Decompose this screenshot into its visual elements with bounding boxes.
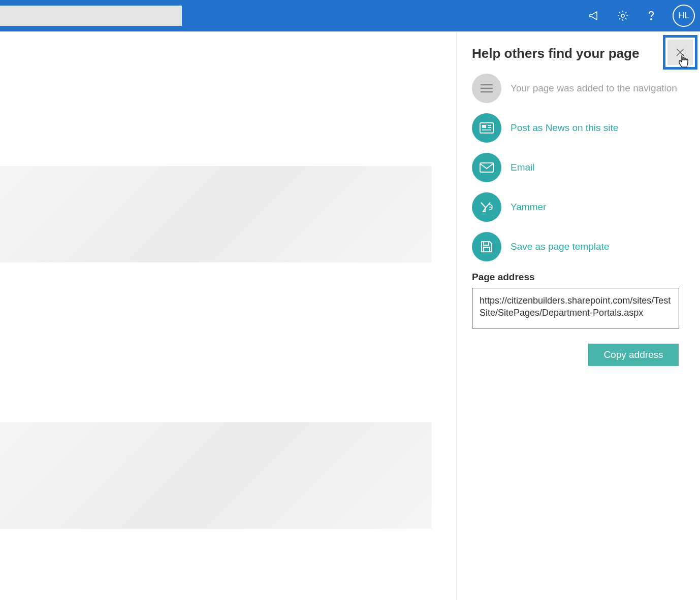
post-news-option[interactable]: Post as News on this site — [472, 113, 685, 143]
background-image-1 — [0, 166, 432, 262]
main-area: Help others find your page Your page was… — [0, 31, 700, 600]
help-panel: Help others find your page Your page was… — [456, 31, 700, 600]
email-label: Email — [511, 162, 535, 173]
svg-point-0 — [621, 14, 624, 17]
search-input[interactable] — [0, 6, 182, 26]
close-icon — [676, 48, 685, 57]
avatar[interactable]: HL — [673, 5, 695, 27]
svg-rect-13 — [484, 242, 489, 245]
yammer-icon — [472, 192, 501, 222]
save-template-option[interactable]: Save as page template — [472, 232, 685, 261]
page-background — [0, 31, 457, 600]
hamburger-icon — [472, 74, 501, 103]
svg-rect-7 — [480, 123, 493, 133]
help-icon[interactable] — [644, 9, 658, 23]
save-template-label: Save as page template — [511, 241, 609, 252]
header-actions: HL — [587, 5, 695, 27]
navigation-added-label: Your page was added to the navigation — [511, 82, 677, 95]
svg-point-1 — [651, 19, 652, 20]
copy-address-button[interactable]: Copy address — [588, 344, 679, 366]
yammer-label: Yammer — [511, 202, 546, 213]
svg-rect-14 — [484, 247, 490, 252]
page-address-label: Page address — [472, 272, 685, 283]
megaphone-icon[interactable] — [587, 9, 601, 23]
post-news-label: Post as News on this site — [511, 122, 618, 134]
top-header: HL — [0, 0, 700, 31]
email-option[interactable]: Email — [472, 153, 685, 182]
save-icon — [472, 232, 501, 261]
background-image-2 — [0, 422, 432, 529]
svg-rect-8 — [482, 125, 486, 128]
gear-icon[interactable] — [616, 9, 630, 23]
yammer-option[interactable]: Yammer — [472, 192, 685, 222]
navigation-added-row: Your page was added to the navigation — [472, 74, 685, 103]
svg-rect-12 — [480, 163, 493, 172]
page-address-field[interactable]: https://citizenbuilders.sharepoint.com/s… — [472, 288, 679, 328]
panel-header: Help others find your page — [472, 46, 685, 69]
avatar-initials: HL — [678, 11, 689, 21]
panel-title: Help others find your page — [472, 46, 639, 61]
close-button[interactable] — [667, 40, 693, 65]
email-icon — [472, 153, 501, 182]
news-icon — [472, 113, 501, 143]
